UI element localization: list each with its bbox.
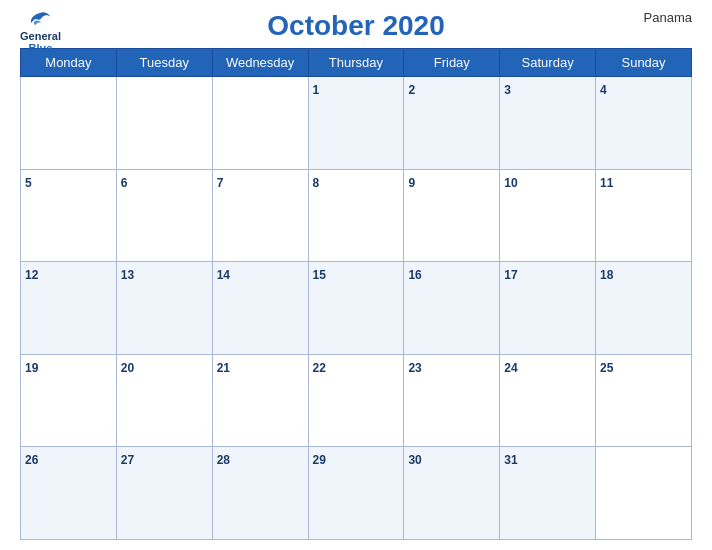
calendar-day-cell (596, 447, 692, 540)
day-number: 26 (25, 453, 38, 467)
day-number: 16 (408, 268, 421, 282)
calendar-day-cell: 9 (404, 169, 500, 262)
day-number: 10 (504, 176, 517, 190)
calendar-day-cell: 10 (500, 169, 596, 262)
day-number: 4 (600, 83, 607, 97)
month-title: October 2020 (20, 10, 692, 42)
logo-blue-text: Blue (29, 42, 53, 54)
calendar-day-cell: 22 (308, 354, 404, 447)
calendar-day-cell: 28 (212, 447, 308, 540)
weekday-header: Sunday (596, 49, 692, 77)
day-number: 12 (25, 268, 38, 282)
calendar-week-row: 1234 (21, 77, 692, 170)
calendar-day-cell (21, 77, 117, 170)
day-number: 18 (600, 268, 613, 282)
weekday-header: Friday (404, 49, 500, 77)
calendar-day-cell: 6 (116, 169, 212, 262)
calendar-day-cell: 24 (500, 354, 596, 447)
day-number: 21 (217, 361, 230, 375)
day-number: 3 (504, 83, 511, 97)
day-number: 20 (121, 361, 134, 375)
day-number: 13 (121, 268, 134, 282)
calendar-day-cell: 31 (500, 447, 596, 540)
day-number: 11 (600, 176, 613, 190)
weekday-header: Tuesday (116, 49, 212, 77)
calendar-day-cell: 3 (500, 77, 596, 170)
calendar-day-cell: 18 (596, 262, 692, 355)
day-number: 17 (504, 268, 517, 282)
day-number: 22 (313, 361, 326, 375)
calendar-day-cell: 4 (596, 77, 692, 170)
logo-general-text: General (20, 30, 61, 42)
calendar-day-cell (116, 77, 212, 170)
weekday-header-row: MondayTuesdayWednesdayThursdayFridaySatu… (21, 49, 692, 77)
calendar-day-cell: 26 (21, 447, 117, 540)
weekday-header: Saturday (500, 49, 596, 77)
calendar-day-cell: 21 (212, 354, 308, 447)
day-number: 7 (217, 176, 224, 190)
calendar-day-cell: 14 (212, 262, 308, 355)
calendar-day-cell: 29 (308, 447, 404, 540)
day-number: 19 (25, 361, 38, 375)
weekday-header: Wednesday (212, 49, 308, 77)
day-number: 29 (313, 453, 326, 467)
calendar-week-row: 567891011 (21, 169, 692, 262)
day-number: 23 (408, 361, 421, 375)
day-number: 15 (313, 268, 326, 282)
calendar-table: MondayTuesdayWednesdayThursdayFridaySatu… (20, 48, 692, 540)
calendar-day-cell: 1 (308, 77, 404, 170)
day-number: 25 (600, 361, 613, 375)
calendar-header: General Blue October 2020 Panama (20, 10, 692, 42)
calendar-day-cell: 2 (404, 77, 500, 170)
day-number: 30 (408, 453, 421, 467)
calendar-day-cell: 20 (116, 354, 212, 447)
calendar-week-row: 19202122232425 (21, 354, 692, 447)
calendar-day-cell: 19 (21, 354, 117, 447)
calendar-day-cell: 8 (308, 169, 404, 262)
day-number: 2 (408, 83, 415, 97)
calendar-day-cell: 16 (404, 262, 500, 355)
calendar-day-cell: 15 (308, 262, 404, 355)
calendar-day-cell: 12 (21, 262, 117, 355)
day-number: 8 (313, 176, 320, 190)
calendar-week-row: 262728293031 (21, 447, 692, 540)
calendar-day-cell: 5 (21, 169, 117, 262)
calendar-day-cell: 17 (500, 262, 596, 355)
logo: General Blue (20, 10, 61, 54)
day-number: 24 (504, 361, 517, 375)
calendar-day-cell: 27 (116, 447, 212, 540)
calendar-day-cell: 25 (596, 354, 692, 447)
day-number: 31 (504, 453, 517, 467)
day-number: 5 (25, 176, 32, 190)
calendar-day-cell: 11 (596, 169, 692, 262)
day-number: 28 (217, 453, 230, 467)
calendar-week-row: 12131415161718 (21, 262, 692, 355)
day-number: 9 (408, 176, 415, 190)
calendar-day-cell: 30 (404, 447, 500, 540)
day-number: 27 (121, 453, 134, 467)
day-number: 1 (313, 83, 320, 97)
country-label: Panama (644, 10, 692, 25)
day-number: 6 (121, 176, 128, 190)
calendar-day-cell (212, 77, 308, 170)
weekday-header: Thursday (308, 49, 404, 77)
calendar-day-cell: 13 (116, 262, 212, 355)
day-number: 14 (217, 268, 230, 282)
calendar-day-cell: 23 (404, 354, 500, 447)
calendar-day-cell: 7 (212, 169, 308, 262)
logo-bird-icon (28, 10, 52, 30)
